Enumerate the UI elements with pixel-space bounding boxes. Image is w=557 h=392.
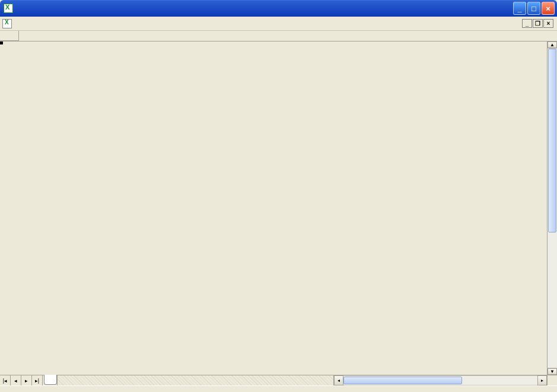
close-button[interactable]: × xyxy=(542,2,555,15)
spreadsheet-grid[interactable] xyxy=(0,42,557,375)
scroll-left-button[interactable]: ◂ xyxy=(334,375,343,385)
hscroll-track[interactable] xyxy=(343,375,537,385)
scroll-up-button[interactable]: ▲ xyxy=(548,42,557,48)
menu-window[interactable] xyxy=(40,22,49,26)
tab-prev-button[interactable]: ◂ xyxy=(11,375,21,385)
column-headers xyxy=(0,31,557,42)
vertical-scrollbar[interactable]: ▲ ▼ xyxy=(547,42,557,375)
tab-strip-space xyxy=(57,375,333,385)
tab-first-button[interactable]: |◂ xyxy=(0,375,11,385)
sheet-tab-1[interactable] xyxy=(44,375,57,385)
menu-edit[interactable] xyxy=(24,22,32,26)
tab-last-button[interactable]: ▸| xyxy=(32,375,43,385)
scrollbar-corner xyxy=(547,375,557,385)
tab-next-button[interactable]: ▸ xyxy=(21,375,32,385)
menu-help[interactable] xyxy=(49,22,57,26)
minimize-button[interactable]: _ xyxy=(513,2,526,15)
select-all-corner[interactable] xyxy=(0,31,19,41)
vscroll-track[interactable] xyxy=(548,48,557,368)
maximize-button[interactable]: □ xyxy=(527,2,540,15)
active-cell-cursor xyxy=(0,42,2,44)
mdi-restore-button[interactable]: ❐ xyxy=(533,19,543,28)
app-icon xyxy=(4,4,13,13)
mdi-close-button[interactable]: × xyxy=(543,19,553,28)
sheet-tab-strip: |◂ ◂ ▸ ▸| ◂ ▸ xyxy=(0,375,557,385)
menu-bar: _ ❐ × xyxy=(0,17,557,31)
menu-view[interactable] xyxy=(32,22,40,26)
scroll-right-button[interactable]: ▸ xyxy=(537,375,547,385)
hscroll-thumb[interactable] xyxy=(343,377,462,384)
mdi-minimize-button[interactable]: _ xyxy=(522,19,532,28)
status-bar xyxy=(0,385,557,392)
vscroll-thumb[interactable] xyxy=(548,49,556,232)
menu-file[interactable] xyxy=(15,22,24,26)
window-titlebar: _ □ × xyxy=(0,0,557,17)
scroll-down-button[interactable]: ▼ xyxy=(548,368,557,375)
horizontal-scrollbar[interactable]: ◂ ▸ xyxy=(333,375,547,385)
app-menu-icon[interactable] xyxy=(2,19,12,28)
